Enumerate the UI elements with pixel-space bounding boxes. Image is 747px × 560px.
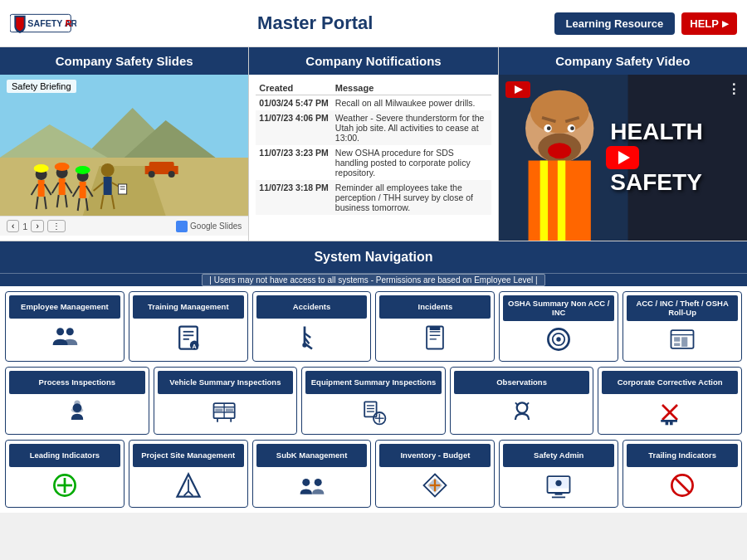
nav-card-process-inspections[interactable]: Process Inspections (5, 367, 149, 435)
video-menu-icon[interactable]: ⋮ (727, 81, 740, 97)
slide-nav[interactable]: ‹ 1 › ⋮ (7, 220, 66, 232)
nav-card-acc-inc-theft[interactable]: ACC / INC / Theft / OSHA Roll-Up (622, 291, 742, 362)
svg-point-59 (56, 329, 64, 336)
svg-point-102 (516, 402, 527, 413)
svg-point-15 (34, 164, 49, 173)
svg-point-85 (74, 400, 80, 406)
notif-date: 11/07/23 3:18 PM (256, 180, 331, 215)
nav-card-training-management[interactable]: Training Management A (129, 291, 248, 362)
google-slides-icon (176, 221, 188, 232)
nav-card-label-observations: Observations (454, 371, 590, 394)
nav-card-vehicle-summary[interactable]: Vehicle Summary Inspections (154, 367, 298, 435)
nav-card-icon-osha-summary (544, 321, 574, 358)
nav-card-trailing-indicators[interactable]: Trailing Indicators (622, 440, 742, 508)
svg-rect-92 (226, 408, 233, 411)
slide-menu-button[interactable]: ⋮ (47, 220, 66, 232)
nav-card-project-site-mgmt[interactable]: Project Site Management (129, 440, 248, 508)
nav-card-label-osha-summary: OSHA Summary Non ACC / INC (503, 295, 614, 321)
header: SAFETY ARM R Master Portal Learning Reso… (0, 0, 747, 47)
svg-rect-109 (661, 420, 677, 422)
nav-card-label-training-management: Training Management (133, 295, 244, 319)
nav-card-icon-training-management: A (173, 319, 203, 358)
slide-label: Safety Briefing (7, 80, 76, 93)
health-text: HEALTH (610, 119, 702, 144)
nav-card-leading-indicators[interactable]: Leading Indicators (5, 440, 124, 508)
nav-card-label-vehicle-summary: Vehicle Summary Inspections (158, 371, 294, 394)
youtube-logo-icon (505, 81, 530, 98)
company-notifications-panel: Company Notifications Created Message 01… (249, 47, 498, 241)
svg-point-56 (570, 126, 574, 130)
nav-card-icon-subk-management (297, 467, 327, 504)
subtitle-text: | Users may not have access to all syste… (202, 274, 544, 286)
notif-date: 01/03/24 5:47 PM (256, 95, 331, 111)
nav-card-icon-trailing-indicators (667, 467, 697, 504)
slide-prev-button[interactable]: ‹ (7, 220, 19, 232)
nav-card-label-project-site-mgmt: Project Site Management (133, 444, 244, 467)
svg-rect-82 (674, 343, 680, 346)
slide-image[interactable]: Safety Briefing (0, 75, 248, 216)
svg-point-78 (557, 337, 561, 341)
header-actions: Learning Resource HELP ▶ (554, 12, 737, 35)
safety-text: SAFETY (610, 169, 701, 195)
nav-card-employee-management[interactable]: Employee Management (5, 291, 124, 362)
company-safety-video-panel: Company Safety Video (499, 47, 747, 241)
col-message: Message (332, 81, 491, 95)
nav-card-icon-vehicle-summary (210, 394, 240, 431)
slide-page-num: 1 (22, 222, 27, 231)
video-content[interactable]: HEALTH & SAFETY ⋮ (499, 75, 747, 241)
nav-card-icon-process-inspections (62, 394, 92, 431)
nav-card-corrective-action[interactable]: Corporate Corrective Action (598, 367, 742, 435)
svg-point-86 (71, 407, 83, 412)
company-safety-video-header: Company Safety Video (499, 47, 747, 75)
logo: SAFETY ARM R (10, 7, 76, 40)
nav-card-label-corrective-action: Corporate Corrective Action (602, 371, 738, 394)
system-navigation-subtitle: | Users may not have access to all syste… (0, 273, 747, 286)
nav-card-accidents[interactable]: Accidents (252, 291, 372, 362)
svg-text:R: R (66, 18, 72, 28)
notification-row: 11/07/23 3:18 PMReminder all employees t… (256, 180, 491, 215)
system-navigation-header: System Navigation (0, 241, 747, 273)
nav-card-inventory-budget[interactable]: Inventory - Budget (375, 440, 495, 508)
nav-card-icon-project-site-mgmt (173, 467, 203, 504)
notif-date: 11/07/23 4:06 PM (256, 110, 331, 145)
learning-resource-button[interactable]: Learning Resource (554, 12, 676, 35)
video-play-button[interactable] (606, 146, 639, 169)
nav-card-equipment-summary[interactable]: Equipment Summary Inspections (301, 367, 446, 435)
nav-card-label-safety-admin: Safety Admin (503, 444, 614, 467)
svg-rect-31 (104, 177, 112, 195)
svg-rect-51 (557, 161, 564, 241)
nav-card-label-accidents: Accidents (256, 295, 368, 319)
svg-point-30 (101, 163, 115, 177)
notification-row: 11/07/23 4:06 PMWeather - Severe thunder… (256, 110, 491, 145)
help-button[interactable]: HELP ▶ (681, 12, 737, 35)
slide-next-button[interactable]: › (31, 220, 43, 232)
slides-content: Safety Briefing (0, 75, 248, 236)
notif-message: Weather - Severe thunderstorm for the Ut… (332, 110, 491, 145)
nav-card-icon-leading-indicators (50, 467, 80, 504)
svg-point-117 (302, 479, 310, 486)
nav-card-subk-management[interactable]: SubK Management (252, 440, 372, 508)
svg-point-55 (547, 126, 551, 130)
google-slides-label: Google Slides (176, 221, 242, 232)
svg-rect-24 (80, 182, 86, 198)
nav-card-observations[interactable]: Observations (450, 367, 594, 435)
svg-point-118 (314, 479, 321, 486)
nav-card-icon-safety-admin (544, 467, 574, 504)
notification-row: 01/03/24 5:47 PMRecall on all Milwaukee … (256, 95, 491, 111)
nav-card-incidents[interactable]: Incidents (375, 291, 495, 362)
video-thumbnail: HEALTH & SAFETY ⋮ (499, 75, 747, 241)
slide-scene-svg (0, 75, 248, 216)
nav-card-osha-summary[interactable]: OSHA Summary Non ACC / INC (499, 291, 618, 362)
company-safety-slides-header: Company Safety Slides (0, 47, 248, 75)
nav-card-icon-inventory-budget (420, 467, 450, 504)
nav-card-label-trailing-indicators: Trailing Indicators (627, 444, 738, 467)
svg-line-115 (183, 491, 188, 495)
nav-grid-row3: Leading Indicators Project Site Manageme… (0, 440, 747, 513)
nav-card-safety-admin[interactable]: Safety Admin (499, 440, 618, 508)
svg-rect-83 (681, 337, 687, 347)
slide-controls: ‹ 1 › ⋮ Google Slides (0, 216, 248, 236)
nav-card-label-leading-indicators: Leading Indicators (9, 444, 120, 467)
nav-card-icon-equipment-summary (359, 394, 388, 431)
svg-rect-81 (674, 337, 680, 341)
help-label: HELP (690, 17, 719, 30)
